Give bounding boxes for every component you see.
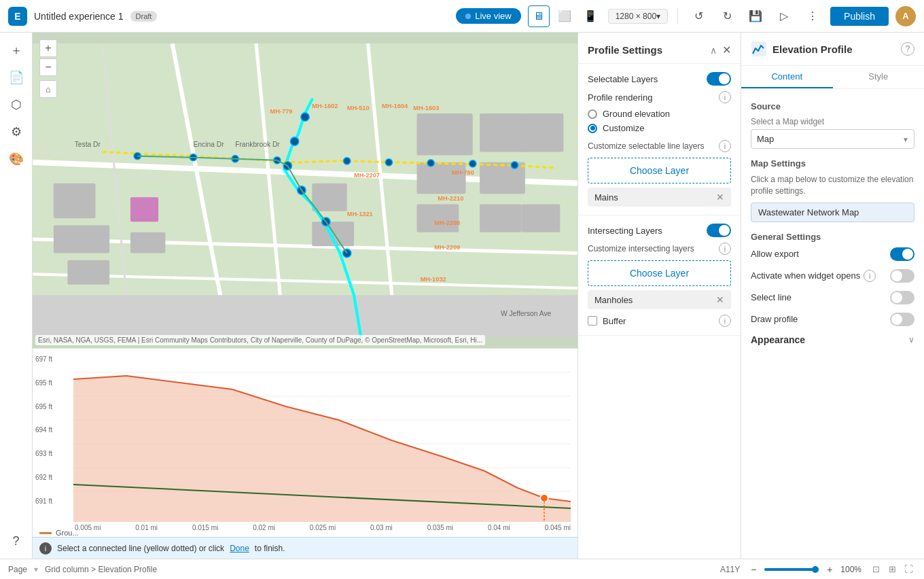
svg-rect-10 <box>54 183 96 218</box>
ground-elevation-label: Ground elevation <box>603 109 670 119</box>
zoom-in-button[interactable]: + <box>39 39 57 57</box>
profile-settings-close-icon[interactable]: ✕ <box>722 43 731 56</box>
redo-button[interactable]: ↻ <box>716 5 738 27</box>
map-dropdown-wrapper: Map ▼ <box>751 129 914 149</box>
map-svg: Testa Dr Frankbrook Dr Encina Dr W Jeffe… <box>33 33 578 348</box>
buffer-label: Buffer <box>603 316 626 326</box>
svg-rect-14 <box>130 232 165 253</box>
svg-text:Encina Dr: Encina Dr <box>193 141 224 148</box>
map-attribution: Esri, NASA, NGA, USGS, FEMA | Esri Commu… <box>35 335 485 345</box>
draw-profile-toggle-knob <box>891 314 902 325</box>
choose-layer-button-1[interactable]: Choose Layer <box>588 158 731 183</box>
elevation-profile-title-row: Elevation Profile <box>751 41 853 57</box>
profile-settings-chevron-icon[interactable]: ∧ <box>710 45 717 56</box>
select-line-label: Select line <box>751 292 792 302</box>
publish-button[interactable]: Publish <box>830 7 889 26</box>
svg-rect-22 <box>480 205 522 232</box>
activate-when-opens-toggle[interactable] <box>890 269 914 283</box>
select-line-toggle[interactable] <box>890 291 914 304</box>
left-sidebar: ＋ 📄 ⬡ ⚙ 🎨 ? <box>0 33 33 559</box>
svg-text:MH-1603: MH-1603 <box>413 105 439 111</box>
fit-page-button[interactable]: ⊞ <box>885 562 900 577</box>
zoom-slider[interactable] <box>764 568 819 571</box>
svg-marker-71 <box>73 376 571 522</box>
tab-content[interactable]: Content <box>741 66 833 88</box>
x-label-4: 0.02 mi <box>253 524 275 531</box>
intersecting-layers-title: Intersecting Layers <box>588 226 662 236</box>
data-icon[interactable]: ⬡ <box>4 92 29 117</box>
profile-rendering-info-icon[interactable]: i <box>719 91 731 103</box>
settings-icon[interactable]: ⚙ <box>4 120 29 144</box>
svg-text:MH-1604: MH-1604 <box>382 103 408 109</box>
profile-rendering-label: Profile rendering <box>588 92 652 103</box>
map-placeholder: Testa Dr Frankbrook Dr Encina Dr W Jeffe… <box>33 33 578 348</box>
fit-width-button[interactable]: ⊡ <box>868 562 883 577</box>
help-icon[interactable]: ? <box>4 529 29 553</box>
allow-export-toggle[interactable] <box>890 247 914 261</box>
resolution-display[interactable]: 1280 × 800▾ <box>608 9 668 24</box>
selectable-layers-toggle-knob <box>719 73 730 84</box>
svg-point-37 <box>385 159 392 166</box>
mobile-view-button[interactable]: 📱 <box>580 5 601 27</box>
allow-export-label: Allow export <box>751 249 799 259</box>
svg-rect-16 <box>312 222 354 246</box>
theme-icon[interactable]: 🎨 <box>4 147 29 171</box>
save-button[interactable]: 💾 <box>745 5 766 27</box>
manholes-layer-tag: Manholes ✕ <box>588 290 731 309</box>
tab-style[interactable]: Style <box>833 66 925 88</box>
x-label-9: 0.045 mi <box>545 524 571 531</box>
add-widget-icon[interactable]: ＋ <box>4 38 29 63</box>
tablet-view-button[interactable]: ⬜ <box>554 5 575 27</box>
zoom-out-canvas-button[interactable]: − <box>747 563 760 576</box>
svg-rect-11 <box>54 225 109 253</box>
elevation-profile-help-icon[interactable]: ? <box>901 42 914 56</box>
map-controls: + − ⌂ <box>39 39 57 98</box>
canvas-area: Testa Dr Frankbrook Dr Encina Dr W Jeffe… <box>33 33 578 559</box>
selectable-layers-section: Selectable Layers Profile rendering i Gr… <box>578 64 741 215</box>
pages-icon[interactable]: 📄 <box>4 65 29 90</box>
selectable-layers-toggle[interactable] <box>707 72 731 86</box>
svg-point-38 <box>427 160 434 166</box>
customize-intersecting-info-icon[interactable]: i <box>719 243 731 255</box>
general-settings-title: General Settings <box>751 232 914 242</box>
intersecting-layers-toggle-knob <box>719 225 730 236</box>
y-label-7: 691 ft <box>35 497 52 505</box>
desktop-view-button[interactable]: 🖥 <box>528 5 550 27</box>
svg-rect-25 <box>33 295 578 337</box>
buffer-checkbox[interactable] <box>588 316 597 326</box>
mains-layer-close-icon[interactable]: ✕ <box>716 192 724 203</box>
appearance-row[interactable]: Appearance ∨ <box>751 334 914 345</box>
profile-settings-body: Selectable Layers Profile rendering i Gr… <box>578 64 741 559</box>
map-chip[interactable]: Wastewater Network Map <box>751 203 914 222</box>
choose-layer-button-2[interactable]: Choose Layer <box>588 260 731 286</box>
undo-button[interactable]: ↺ <box>688 5 709 27</box>
map-canvas[interactable]: Testa Dr Frankbrook Dr Encina Dr W Jeffe… <box>33 33 578 348</box>
info-message-end: to finish. <box>255 544 285 553</box>
home-button[interactable]: ⌂ <box>39 80 57 98</box>
svg-text:MH-1321: MH-1321 <box>347 211 373 217</box>
elevation-profile-tabs: Content Style <box>741 66 924 89</box>
activate-when-opens-info-icon[interactable]: i <box>864 270 876 282</box>
zoom-out-button[interactable]: − <box>39 58 57 76</box>
zoom-in-canvas-button[interactable]: + <box>823 563 836 576</box>
y-label-5: 693 ft <box>35 450 52 457</box>
more-button[interactable]: ⋮ <box>802 5 823 27</box>
buffer-info-icon[interactable]: i <box>719 315 731 327</box>
svg-text:MH-2208: MH-2208 <box>434 220 460 226</box>
done-link[interactable]: Done <box>230 544 249 553</box>
live-view-dot <box>465 14 471 19</box>
live-view-button[interactable]: Live view <box>456 8 520 24</box>
view-buttons: ⊡ ⊞ ⛶ <box>868 562 916 577</box>
fullscreen-button[interactable]: ⛶ <box>901 562 916 577</box>
ground-elevation-radio[interactable]: Ground elevation <box>588 109 731 119</box>
customize-radio[interactable]: Customize <box>588 123 731 133</box>
customize-selectable-info-icon[interactable]: i <box>719 140 731 152</box>
svg-rect-23 <box>522 113 564 152</box>
manholes-layer-close-icon[interactable]: ✕ <box>716 294 724 305</box>
topbar: E Untitled experience 1 Draft Live view … <box>0 0 924 33</box>
preview-button[interactable]: ▷ <box>773 5 795 27</box>
draw-profile-toggle[interactable] <box>890 313 914 326</box>
y-label-1: 697 ft <box>35 355 52 363</box>
map-dropdown-select[interactable]: Map <box>751 129 914 149</box>
intersecting-layers-toggle[interactable] <box>707 224 731 237</box>
